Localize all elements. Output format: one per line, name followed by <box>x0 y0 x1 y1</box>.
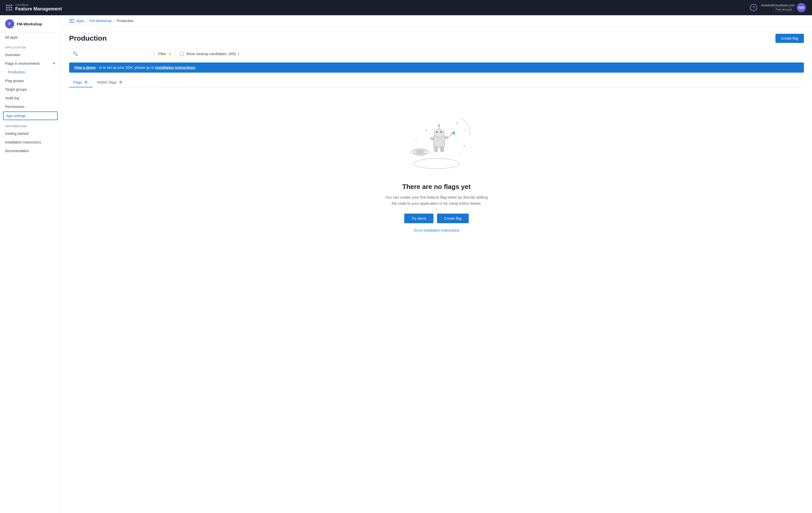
svg-rect-16 <box>445 137 448 139</box>
svg-rect-10 <box>440 131 442 133</box>
section-application-label: APPLICATION <box>0 42 61 51</box>
banner-text: - or to set up your SDK, please go to <box>97 65 154 69</box>
svg-point-20 <box>464 130 465 131</box>
empty-create-flag-button[interactable]: Create flag <box>437 214 468 223</box>
empty-state-actions: Try demo Create flag <box>404 214 468 223</box>
page-content: Production Create flag 🔍 Filter ⚡ Show c… <box>61 27 812 255</box>
top-nav-right: ? kmadel@cloudbees.com Free account KM <box>750 3 806 12</box>
breadcrumb-toggle-icon[interactable] <box>69 19 74 23</box>
chevron-down-icon: ▼ <box>53 62 56 65</box>
tab-hidden-flags[interactable]: Hidden flags 0 <box>93 78 127 87</box>
create-flag-button[interactable]: Create flag <box>776 34 804 43</box>
svg-rect-9 <box>436 131 438 133</box>
sidebar-item-permissions[interactable]: Permissions <box>0 102 61 111</box>
sidebar-item-installation-instructions[interactable]: Installation instructions <box>0 138 61 147</box>
help-icon[interactable]: ? <box>750 4 757 11</box>
sidebar-item-documentation[interactable]: Documentation <box>0 147 61 155</box>
user-info: kmadel@cloudbees.com Free account KM <box>761 3 806 12</box>
svg-marker-18 <box>451 131 455 135</box>
svg-point-24 <box>459 153 460 154</box>
tab-hidden-flags-badge: 0 <box>118 80 123 84</box>
brand-sub: CloudBees <box>15 4 62 6</box>
cleanup-checkbox[interactable] <box>180 52 184 56</box>
layout: F FM-Workshop All apps APPLICATION Overv… <box>0 15 812 513</box>
breadcrumb-app-name-link[interactable]: FM-Workshop <box>89 19 112 23</box>
empty-state-description: You can create your first feature flag e… <box>383 194 490 207</box>
svg-rect-0 <box>69 19 74 20</box>
cleanup-count: (0/0) <box>229 52 236 56</box>
free-account-badge: Free account <box>773 7 795 12</box>
svg-point-22 <box>415 139 417 140</box>
section-information-label: INFORMATION <box>0 121 61 129</box>
banner: View a demo - or to set up your SDK, ple… <box>69 62 804 72</box>
svg-point-21 <box>425 129 427 131</box>
go-to-installation-link[interactable]: Go to installation instructions <box>414 228 459 232</box>
top-nav: CloudBees Feature Management ? kmadel@cl… <box>0 0 812 15</box>
search-box: 🔍 <box>69 49 150 58</box>
svg-rect-13 <box>434 147 437 152</box>
tab-hidden-flags-label: Hidden flags <box>97 80 117 84</box>
workspace-name: FM-Workshop <box>17 22 42 26</box>
filter-icon: ⚡ <box>168 52 172 56</box>
svg-point-3 <box>414 158 459 169</box>
svg-point-12 <box>438 124 440 126</box>
cleanup-info-icon[interactable]: ℹ <box>238 52 239 56</box>
svg-point-19 <box>456 122 458 124</box>
banner-install-link[interactable]: installation instructions <box>155 65 195 69</box>
page-title: Production <box>69 34 107 42</box>
user-email: kmadel@cloudbees.com <box>761 4 795 7</box>
breadcrumb-current: Production <box>117 19 134 23</box>
brand: CloudBees Feature Management <box>15 4 62 12</box>
breadcrumb: Apps / FM-Workshop / Production <box>61 15 812 27</box>
grid-menu-icon[interactable] <box>6 5 12 11</box>
all-apps-link[interactable]: All apps <box>0 33 61 42</box>
breadcrumb-sep-1: / <box>86 19 87 23</box>
empty-illustration <box>396 102 477 175</box>
filter-label: Filter <box>158 52 166 56</box>
sidebar-item-production[interactable]: Production <box>0 68 61 77</box>
search-filter-row: 🔍 Filter ⚡ Show cleanup candidates (0/0)… <box>69 49 804 58</box>
svg-rect-14 <box>440 147 444 152</box>
svg-rect-15 <box>430 138 434 140</box>
sidebar-item-audit-log[interactable]: Audit log <box>0 94 61 102</box>
sidebar-item-app-settings[interactable]: App settings <box>3 112 58 120</box>
sidebar: F FM-Workshop All apps APPLICATION Overv… <box>0 15 61 513</box>
tab-flags-label: Flags <box>73 80 82 84</box>
svg-rect-8 <box>434 129 444 137</box>
empty-state-title: There are no flags yet <box>402 183 471 191</box>
sidebar-workspace: F FM-Workshop <box>0 15 61 33</box>
filter-button[interactable]: Filter ⚡ <box>154 50 176 58</box>
try-demo-button[interactable]: Try demo <box>404 214 433 223</box>
sidebar-item-flag-groups[interactable]: Flag groups <box>0 77 61 85</box>
cleanup-label: Show cleanup candidates <box>186 52 227 56</box>
svg-rect-1 <box>69 21 72 21</box>
banner-demo-link[interactable]: View a demo <box>74 65 96 69</box>
empty-state: There are no flags yet You can create yo… <box>69 92 804 248</box>
sidebar-item-overview[interactable]: Overview <box>0 51 61 59</box>
search-input[interactable] <box>80 52 147 56</box>
avatar[interactable]: KM <box>797 3 806 12</box>
page-header: Production Create flag <box>69 34 804 43</box>
breadcrumb-apps-link[interactable]: Apps <box>76 19 84 23</box>
user-email-box: kmadel@cloudbees.com Free account <box>761 4 795 12</box>
svg-point-23 <box>463 145 465 147</box>
search-icon: 🔍 <box>73 51 78 56</box>
svg-rect-7 <box>433 135 445 147</box>
brand-title: Feature Management <box>15 6 62 12</box>
tab-flags[interactable]: Flags 0 <box>69 78 93 87</box>
sidebar-item-target-groups[interactable]: Target groups <box>0 85 61 94</box>
workspace-avatar: F <box>5 19 14 28</box>
sidebar-item-flags-in-environments[interactable]: Flags in environments ▼ <box>0 59 61 68</box>
cleanup-check: Show cleanup candidates (0/0) ℹ <box>180 52 239 56</box>
main-content: Apps / FM-Workshop / Production Producti… <box>61 15 812 513</box>
breadcrumb-sep-2: / <box>114 19 115 23</box>
tabs: Flags 0 Hidden flags 0 <box>69 78 804 87</box>
sidebar-item-getting-started[interactable]: Getting started <box>0 129 61 138</box>
tab-flags-badge: 0 <box>83 80 89 84</box>
top-nav-left: CloudBees Feature Management <box>6 4 62 12</box>
svg-rect-2 <box>69 22 74 23</box>
